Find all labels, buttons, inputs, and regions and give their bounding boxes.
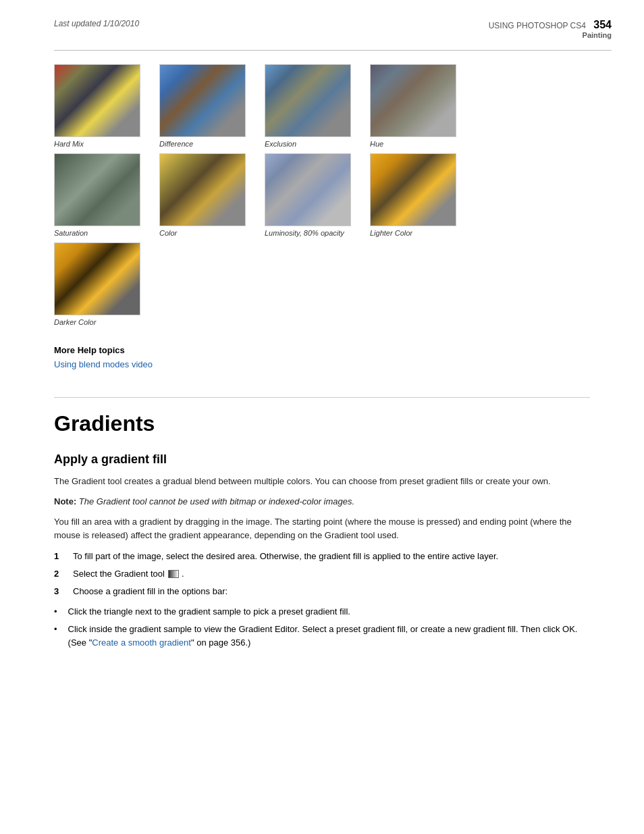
more-help-title: More Help topics [54, 345, 590, 355]
step-2: 2 Select the Gradient tool . [54, 567, 590, 581]
more-help-section: More Help topics Using blend modes video [54, 345, 590, 370]
caption-darker-color: Darker Color [54, 318, 96, 326]
image-cell-luminosity: Luminosity, 80% opacity [265, 153, 351, 237]
image-exclusion [265, 64, 351, 137]
blend-modes-video-link[interactable]: Using blend modes video [54, 359, 153, 369]
step-2-text: Select the Gradient tool . [73, 567, 184, 581]
image-cell-darker-color: Darker Color [54, 242, 140, 326]
page-header: Last updated 1/10/2010 USING PHOTOSHOP C… [0, 0, 644, 50]
image-difference [159, 64, 246, 137]
image-cell-hard-mix: Hard Mix [54, 64, 140, 148]
image-cell-difference: Difference [159, 64, 246, 148]
caption-saturation: Saturation [54, 229, 88, 237]
image-row-1: Hard Mix Difference Exclusion Hue [54, 64, 590, 148]
main-content: Hard Mix Difference Exclusion Hue [0, 51, 644, 681]
apply-gradient-heading: Apply a gradient fill [54, 452, 590, 467]
caption-hard-mix: Hard Mix [54, 140, 84, 148]
image-luminosity [265, 153, 351, 226]
gradients-heading: Gradients [54, 411, 590, 436]
intro-text: The Gradient tool creates a gradual blen… [54, 475, 590, 488]
step-3-num: 3 [54, 585, 65, 598]
step-1: 1 To fill part of the image, select the … [54, 550, 590, 563]
image-cell-color: Color [159, 153, 246, 237]
note-label: Note: [54, 496, 76, 506]
step-1-num: 1 [54, 550, 65, 563]
page-number: 354 [593, 19, 612, 30]
smooth-gradient-link[interactable]: Create a smooth gradient [92, 637, 191, 648]
caption-difference: Difference [159, 140, 193, 148]
image-cell-lighter-color: Lighter Color [370, 153, 456, 237]
image-row-3: Darker Color [54, 242, 590, 326]
image-hue [370, 64, 456, 137]
caption-hue: Hue [370, 140, 383, 148]
product-label: USING PHOTOSHOP CS4 [489, 21, 586, 30]
image-cell-hue: Hue [370, 64, 456, 148]
header-right: USING PHOTOSHOP CS4 354 Painting [489, 19, 612, 39]
numbered-steps: 1 To fill part of the image, select the … [54, 550, 590, 598]
image-hard-mix [54, 64, 140, 137]
image-darker-color [54, 242, 140, 315]
bullet-1-text: Click the triangle next to the gradient … [68, 605, 350, 619]
image-row-2: Saturation Color Luminosity, 80% opacity… [54, 153, 590, 237]
body-text-2: You fill an area with a gradient by drag… [54, 515, 590, 542]
bullet-1: Click the triangle next to the gradient … [54, 605, 590, 619]
step-1-text: To fill part of the image, select the de… [73, 550, 498, 563]
caption-lighter-color: Lighter Color [370, 229, 412, 237]
image-cell-exclusion: Exclusion [265, 64, 351, 148]
caption-exclusion: Exclusion [265, 140, 296, 148]
image-saturation [54, 153, 140, 226]
step-2-num: 2 [54, 567, 65, 581]
caption-color: Color [159, 229, 177, 237]
step-3: 3 Choose a gradient fill in the options … [54, 585, 590, 598]
bullet-2-text: Click inside the gradient sample to view… [68, 623, 590, 650]
section-divider [54, 397, 590, 398]
note-body: The Gradient tool cannot be used with bi… [79, 496, 354, 506]
image-cell-saturation: Saturation [54, 153, 140, 237]
step-3-text: Choose a gradient fill in the options ba… [73, 585, 227, 598]
gradient-tool-icon [168, 570, 179, 578]
bullet-2: Click inside the gradient sample to view… [54, 623, 590, 650]
note-text: Note: The Gradient tool cannot be used w… [54, 495, 590, 509]
gradients-section: Gradients Apply a gradient fill The Grad… [54, 411, 590, 650]
image-grid: Hard Mix Difference Exclusion Hue [54, 64, 590, 332]
page-container: Last updated 1/10/2010 USING PHOTOSHOP C… [0, 0, 644, 834]
image-color [159, 153, 246, 226]
caption-luminosity: Luminosity, 80% opacity [265, 229, 344, 237]
bullet-list: Click the triangle next to the gradient … [54, 605, 590, 650]
section-title: Painting [489, 31, 612, 39]
last-updated: Last updated 1/10/2010 [54, 19, 139, 28]
image-lighter-color [370, 153, 456, 226]
